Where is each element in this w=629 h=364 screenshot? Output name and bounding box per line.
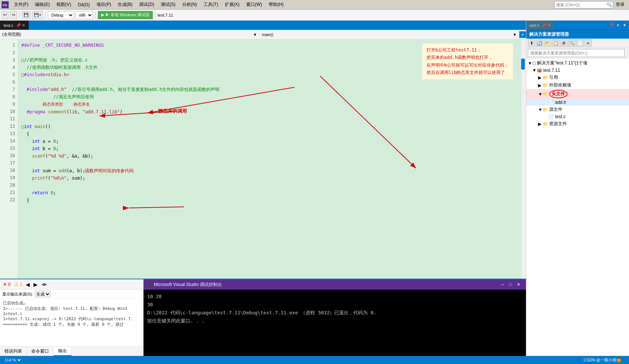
sol-btn-3[interactable]: 📂 bbox=[544, 39, 551, 47]
solution-search-row bbox=[526, 48, 629, 59]
nav-back[interactable]: ◀ bbox=[26, 282, 30, 287]
solution-node[interactable]: ▼ ⬡ 解决方案"test.7.11"(1个项 bbox=[526, 59, 629, 67]
resources-arrow: ▶ bbox=[538, 121, 543, 127]
menu-tools[interactable]: 工具(T) bbox=[201, 1, 221, 8]
code-line-18: int sum = add(a, b);函数声明对应的传参代码 bbox=[21, 167, 518, 174]
menu-extensions[interactable]: 扩展(X) bbox=[222, 1, 243, 8]
toolbar: ↩ ↪ 💾 💾+ Debug Release x86 x64 ▶ ▶ 本地 Wi… bbox=[0, 10, 629, 21]
line-num-19: 19 bbox=[0, 174, 18, 181]
sol-btn-5[interactable]: ⚙ bbox=[560, 39, 568, 47]
console-close[interactable]: ✕ bbox=[515, 281, 522, 288]
resources-node[interactable]: ▶ 📁 资源文件 bbox=[526, 120, 629, 128]
console-maximize[interactable]: □ bbox=[507, 281, 514, 288]
nav-forward[interactable]: ▶ bbox=[33, 282, 38, 287]
addh-file-icon: 📄 bbox=[548, 100, 554, 105]
scope-left-label: (全局范围) bbox=[2, 32, 21, 37]
sol-btn-4[interactable]: 📋 bbox=[552, 39, 559, 47]
login-button[interactable]: 登录 bbox=[613, 1, 628, 8]
solution-arrow: ▼ bbox=[528, 61, 532, 66]
config-select[interactable]: Debug Release bbox=[48, 11, 74, 19]
menu-edit[interactable]: 编辑(E) bbox=[32, 1, 53, 8]
external-deps-node[interactable]: ▶ 📁 外部依赖项 bbox=[526, 81, 629, 89]
console-content[interactable]: 10 20 30 D:\2022 代码\c-language\test.7.11… bbox=[144, 290, 526, 356]
panel-pin-button[interactable]: 📌 bbox=[608, 22, 614, 28]
menu-build[interactable]: 生成(B) bbox=[115, 1, 135, 8]
tab-addh-pin: 📌 bbox=[542, 24, 546, 27]
code-line-21: return 0; bbox=[21, 189, 518, 197]
source-arrow: ▼ bbox=[538, 107, 543, 112]
console-minimize[interactable]: ─ bbox=[499, 281, 506, 288]
tab-add-h-label: add.h bbox=[529, 23, 540, 28]
solution-icon: ⬡ bbox=[532, 61, 536, 66]
menu-view[interactable]: 视图(V) bbox=[53, 1, 74, 8]
source-node[interactable]: ▼ 📁 源文件 bbox=[526, 106, 629, 113]
save-button[interactable]: 💾 bbox=[22, 11, 31, 19]
scope-dropdown-right[interactable]: main() ▼ bbox=[260, 30, 520, 39]
run-button[interactable]: ▶ ▶ 本地 Windows 调试器 bbox=[98, 11, 153, 19]
tab-errors[interactable]: 错误列表 bbox=[0, 347, 27, 356]
tab-add-h[interactable]: add.h 📌 ✕ bbox=[526, 21, 554, 30]
sol-btn-1[interactable]: ⬆ bbox=[528, 39, 535, 47]
headers-node[interactable]: ▼ 📁 头文件 bbox=[526, 89, 629, 99]
tab-test-c[interactable]: test.c 📌 ✕ bbox=[0, 21, 29, 30]
sol-btn-8[interactable]: ≡ bbox=[584, 39, 592, 47]
project-node[interactable]: ▼ 📦 test.7.11 bbox=[526, 67, 629, 74]
sep3 bbox=[95, 11, 96, 19]
output-content[interactable]: 已启动生成… 1>------ 已启动生成: 项目: test.7.11, 配置… bbox=[0, 299, 143, 346]
references-node[interactable]: ▶ 📁 引用 bbox=[526, 74, 629, 81]
menu-file[interactable]: 文件(F) bbox=[11, 1, 31, 8]
tab-output[interactable]: 输出 bbox=[54, 347, 72, 356]
sol-btn-6[interactable]: 🔍 bbox=[568, 39, 576, 47]
line-num-13: 13 bbox=[0, 130, 18, 137]
solution-search-input[interactable] bbox=[528, 49, 625, 57]
external-icon: 📁 bbox=[543, 83, 548, 88]
output-source-select[interactable]: 生成 bbox=[35, 291, 51, 297]
tab-test-c-close[interactable]: ✕ bbox=[22, 23, 25, 27]
app-status-bar: 114 % CSDN @一颗小橙🍊 bbox=[0, 356, 629, 364]
menu-project[interactable]: 项目(P) bbox=[93, 1, 114, 8]
zoom-select[interactable]: 114 % bbox=[3, 357, 22, 363]
svg-line-8 bbox=[129, 207, 184, 208]
testc-arrow bbox=[544, 114, 548, 119]
add-file-button[interactable]: + bbox=[519, 31, 526, 38]
menu-debug[interactable]: 调试(D) bbox=[136, 1, 157, 8]
code-line-20 bbox=[21, 182, 518, 189]
sol-btn-7[interactable]: 📄 bbox=[576, 39, 584, 47]
panel-close-button[interactable]: ✕ bbox=[615, 22, 621, 28]
code-line-16: scanf("%d %d", &a, &b); bbox=[21, 152, 518, 160]
output-line-3: 1>test.c bbox=[3, 311, 140, 316]
testc-node[interactable]: 📄 test.c bbox=[526, 113, 629, 120]
console-line-2: 30 bbox=[147, 301, 522, 309]
menu-test[interactable]: 测试(S) bbox=[158, 1, 179, 8]
menu-git[interactable]: Git(G) bbox=[75, 1, 93, 8]
search-input[interactable] bbox=[554, 1, 613, 8]
csdn-label: CSDN @一颗小橙🍊 bbox=[584, 357, 622, 363]
tab-command[interactable]: 命令窗口 bbox=[27, 347, 54, 356]
redo-button[interactable]: ↪ bbox=[10, 11, 17, 19]
menu-help[interactable]: 帮助(H) bbox=[266, 1, 287, 8]
code-wrapper: 1 2 3 4 5 6 7 8 9 10 11 12 13 14 15 16 1 bbox=[0, 39, 526, 279]
platform-select[interactable]: x86 x64 bbox=[75, 11, 93, 19]
save-all-button[interactable]: 💾+ bbox=[32, 11, 43, 19]
line-num-14: 14 bbox=[0, 137, 18, 145]
line-num-15: 15 bbox=[0, 145, 18, 152]
scope-dropdown-left[interactable]: (全局范围) ▼ bbox=[0, 30, 260, 39]
scrollbar-vertical[interactable] bbox=[521, 39, 526, 279]
undo-button[interactable]: ↩ bbox=[1, 11, 8, 19]
line-num-7: 7 bbox=[0, 86, 18, 93]
code-line-11 bbox=[21, 116, 518, 123]
scrollbar-thumb[interactable] bbox=[521, 59, 525, 70]
line-num-17: 17 bbox=[0, 159, 18, 167]
source-icon: 📁 bbox=[543, 107, 548, 112]
run-label: ▶ 本地 Windows 调试器 bbox=[105, 12, 149, 18]
code-line-22: } bbox=[21, 197, 518, 204]
line-num-10: 10 bbox=[0, 108, 18, 115]
menu-window[interactable]: 窗口(W) bbox=[243, 1, 265, 8]
panel-menu-button[interactable]: ▼ bbox=[622, 22, 628, 28]
solution-tree: ▼ ⬡ 解决方案"test.7.11"(1个项 ▼ 📦 test.7.11 ▶ … bbox=[526, 59, 629, 356]
sol-btn-2[interactable]: 🔄 bbox=[536, 39, 543, 47]
tab-add-h-close[interactable]: ✕ bbox=[548, 23, 551, 27]
menu-analyze[interactable]: 分析(N) bbox=[179, 1, 200, 8]
code-content[interactable]: #define _CRT_SECURE_NO_WARNINGS □//把声明放 … bbox=[18, 39, 521, 279]
addh-node[interactable]: 📄 add.h bbox=[526, 99, 629, 106]
